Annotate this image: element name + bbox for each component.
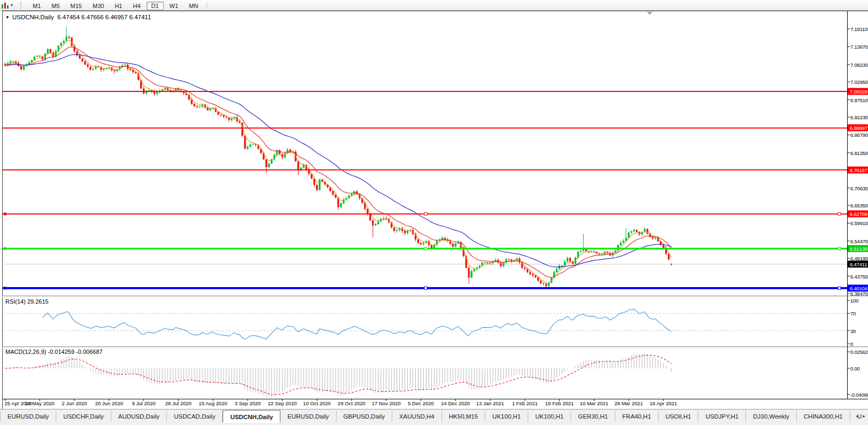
date-label: 17 Nov 2020 (372, 400, 401, 406)
tab-scroll-right-icon[interactable]: ▸ (861, 412, 867, 420)
rsi-axis-label: 30 (850, 328, 856, 334)
macd-axis-label: 0.00 (850, 366, 860, 372)
date-label: 24 Dec 2020 (441, 400, 470, 406)
collapse-triangle-icon[interactable]: ▼ (5, 15, 10, 20)
price-tick-label: 7.02950 (850, 79, 868, 85)
tab-hk50-m15[interactable]: HK50,M15 (442, 411, 485, 422)
timeframe-button-m1[interactable]: M1 (28, 2, 45, 10)
tab-dj30-weekly[interactable]: DJ30,Weekly (746, 411, 797, 422)
date-label: 15 Aug 2020 (199, 400, 227, 406)
price-level-badge: 6.76157 (848, 166, 868, 173)
date-label: 3 Sep 2020 (234, 400, 261, 406)
date-label: 5 Dec 2020 (408, 400, 434, 406)
timeframe-buttons: M1M5M15M30H1H4D1W1MN (27, 1, 203, 10)
rsi-axis-label: 70 (850, 311, 856, 316)
tab-fra40-h1[interactable]: FRA40,H1 (615, 411, 659, 422)
date-label: 10 Mar 2021 (580, 400, 608, 406)
chart-ohlc-quotes: 6.47454 6.47666 6.46957 6.47411 (57, 14, 151, 20)
date-label: 19 Feb 2021 (545, 400, 574, 406)
price-level-badge: 6.52138 (848, 245, 868, 252)
tab-eurusd-daily[interactable]: EURUSD,Daily (280, 411, 336, 422)
timeframe-button-mn[interactable]: MN (184, 2, 203, 10)
timeframe-button-h4[interactable]: H4 (128, 2, 145, 10)
toolbar-grip (20, 2, 23, 9)
price-tick-label: 6.81350 (850, 150, 868, 156)
top-toolbar: ▾ M1M5M15M30H1H4D1W1MN (0, 0, 868, 11)
price-tick-label: 6.70630 (850, 185, 868, 191)
price-tick-label: 7.08230 (850, 61, 868, 67)
tab-usdcnh-daily[interactable]: USDCNH,Daily (223, 410, 280, 423)
tab-ger30-h1[interactable]: GER30,H1 (571, 411, 615, 422)
timeframe-button-w1[interactable]: W1 (165, 2, 184, 10)
timeframe-button-d1[interactable]: D1 (147, 2, 164, 10)
date-label: 14 May 2020 (25, 400, 55, 406)
chart-type-icon[interactable] (1, 2, 9, 9)
macd-indicator-label: MACD(12,26,9) -0.014259 -0.006687 (5, 349, 103, 355)
macd-axis-label: 0.025623 (850, 349, 868, 355)
price-tick-label: 6.86790 (850, 132, 868, 138)
tab-xauusd-h4[interactable]: XAUUSD,H4 (392, 411, 442, 422)
price-tick-label: 6.43750 (850, 273, 868, 279)
tab-usdjpy-h1[interactable]: USDJPY,H1 (698, 411, 746, 422)
date-label: 28 Jul 2020 (165, 400, 192, 406)
date-label: 20 Jun 2020 (95, 400, 123, 406)
price-tick-label: 7.19110 (850, 26, 867, 32)
date-label: 16 Apr 2021 (650, 400, 677, 406)
timeframe-button-m15[interactable]: M15 (66, 2, 87, 10)
chart-tab-bar: EURUSD,DailyUSDCHF,DailyAUDUSD,DailyUSDC… (0, 409, 868, 425)
tab-audusd-daily[interactable]: AUDUSD,Daily (111, 411, 167, 422)
price-tick-label: 6.65350 (850, 202, 868, 208)
tab-uk100-h1[interactable]: UK100,H1 (528, 411, 571, 422)
date-label: 22 Sep 2020 (268, 400, 297, 406)
chart-title: ▼USDCNH,Daily 6.47454 6.47666 6.46957 6.… (5, 14, 151, 20)
tab-eurusd-daily[interactable]: EURUSD,Daily (0, 411, 56, 422)
price-tick-label: 6.97510 (850, 97, 868, 103)
price-level-badge: 6.88897 (848, 125, 868, 132)
tab-uk100-h1[interactable]: UK100,H1 (485, 411, 528, 422)
tab-gbpusd-daily[interactable]: GBPUSD,Daily (337, 411, 392, 422)
rsi-axis-label: 0 (850, 341, 853, 347)
date-label: 29 Oct 2020 (338, 400, 366, 406)
price-level-badge: 6.62709 (848, 211, 868, 218)
chart-shift-marker[interactable] (647, 12, 652, 15)
tab-usdcad-daily[interactable]: USDCAD,Daily (167, 411, 223, 422)
timeframe-button-h1[interactable]: H1 (110, 2, 127, 10)
date-label: 29 Mar 2021 (614, 400, 643, 406)
date-label: 9 Jul 2020 (132, 400, 156, 406)
timeframe-button-m30[interactable]: M30 (88, 2, 109, 10)
tab-scroll-arrows: ◂ ▸ (854, 412, 867, 420)
date-label: 2 Jun 2020 (62, 400, 87, 406)
timeframe-button-m5[interactable]: M5 (47, 2, 64, 10)
date-label: 13 Jan 2021 (476, 400, 504, 406)
price-tick-label: 6.54470 (850, 238, 868, 244)
price-level-badge: 7.00029 (848, 88, 868, 95)
tab-china300-h1[interactable]: CHINA300,H1 (797, 411, 850, 422)
tab-scroll-left-icon[interactable]: ◂ (854, 412, 861, 420)
price-tick-label: 7.13670 (850, 44, 868, 50)
macd-axis-label: -0.04068 (850, 392, 868, 398)
rsi-axis-label: 100 (850, 298, 858, 304)
chart-tabs: EURUSD,DailyUSDCHF,DailyAUDUSD,DailyUSDC… (0, 409, 868, 423)
rsi-indicator-label: RSI(14) 29.2615 (5, 298, 49, 305)
tab-usoil-h1[interactable]: USOil,H1 (659, 411, 699, 422)
date-label: 1 Feb 2021 (512, 400, 538, 406)
toolbar-separator (207, 2, 207, 9)
chart-canvas[interactable] (0, 0, 868, 425)
price-tick-label: 6.92230 (850, 114, 868, 120)
price-level-badge: 6.47411 (848, 261, 868, 268)
date-label: 10 Oct 2020 (303, 400, 331, 406)
price-tick-label: 6.59910 (850, 220, 868, 226)
chart-symbol-label: USDCNH,Daily (12, 14, 54, 20)
price-level-badge: 6.40104 (848, 284, 868, 291)
tab-usdchf-daily[interactable]: USDCHF,Daily (56, 411, 111, 422)
chevron-down-icon[interactable]: ▾ (11, 3, 13, 7)
